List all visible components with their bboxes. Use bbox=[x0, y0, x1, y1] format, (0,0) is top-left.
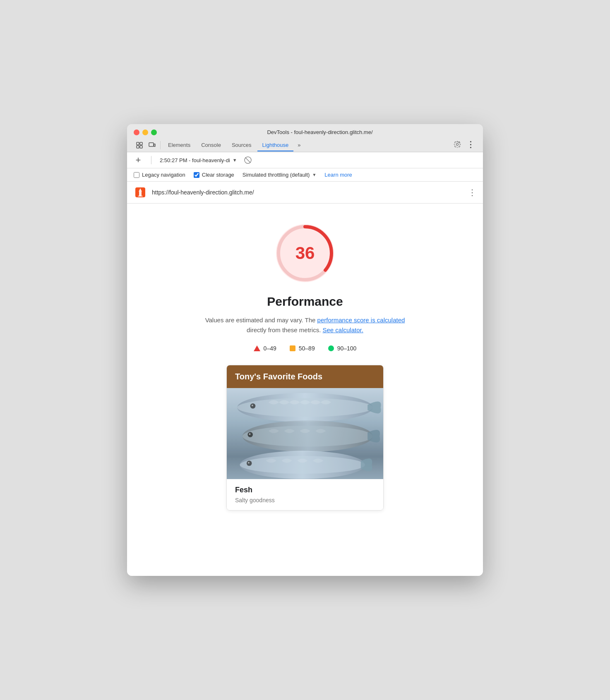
tab-sources[interactable]: Sources bbox=[227, 139, 257, 151]
url-more-button[interactable]: ⋮ bbox=[468, 188, 476, 197]
more-actions-icon[interactable]: ⋮ bbox=[465, 139, 476, 150]
title-bar: DevTools - foul-heavenly-direction.glitc… bbox=[127, 124, 483, 152]
card-item-title: Fesh bbox=[235, 486, 375, 494]
legacy-nav-label[interactable]: Legacy navigation bbox=[142, 172, 185, 178]
clear-storage-label[interactable]: Clear storage bbox=[202, 172, 234, 178]
device-toggle-icon[interactable] bbox=[146, 139, 158, 151]
svg-rect-5 bbox=[154, 144, 155, 146]
legend-label-red: 0–49 bbox=[264, 345, 276, 352]
svg-rect-27 bbox=[227, 388, 383, 479]
dots-icon: ⋮ bbox=[466, 139, 475, 149]
url-text: https://foul-heavenly-direction.glitch.m… bbox=[152, 189, 463, 196]
svg-rect-3 bbox=[140, 146, 142, 148]
throttling-select: Simulated throttling (default) ▼ bbox=[243, 172, 317, 178]
legend-icon-orange bbox=[290, 345, 295, 351]
card-image bbox=[227, 388, 383, 479]
performance-title: Performance bbox=[267, 295, 343, 309]
traffic-light-red[interactable] bbox=[134, 129, 139, 135]
url-bar: https://foul-heavenly-direction.glitch.m… bbox=[127, 182, 483, 204]
lighthouse-logo-icon bbox=[134, 186, 147, 199]
legend-label-orange: 50–89 bbox=[299, 345, 315, 352]
browser-window: DevTools - foul-heavenly-direction.glitc… bbox=[127, 124, 483, 576]
report-timestamp: 2:50:27 PM - foul-heavenly-di bbox=[160, 157, 230, 163]
traffic-light-yellow[interactable] bbox=[142, 129, 148, 135]
block-icon[interactable] bbox=[244, 156, 252, 164]
legend-label-green: 90–100 bbox=[337, 345, 357, 352]
throttling-dropdown-arrow[interactable]: ▼ bbox=[312, 173, 316, 177]
svg-rect-11 bbox=[138, 196, 143, 197]
tab-lighthouse[interactable]: Lighthouse bbox=[257, 139, 294, 151]
legacy-nav-checkbox-item: Legacy navigation bbox=[134, 172, 185, 178]
devtools-content: 36 Performance Values are estimated and … bbox=[127, 204, 483, 576]
legend-item-green: 90–100 bbox=[328, 345, 357, 352]
legend-item-orange: 50–89 bbox=[290, 345, 315, 352]
score-legend: 0–49 50–89 90–100 bbox=[135, 345, 475, 352]
tab-actions: ⋮ bbox=[451, 139, 476, 152]
cursor-tool-icon[interactable] bbox=[134, 139, 145, 151]
score-section: 36 Performance Values are estimated and … bbox=[135, 220, 475, 335]
legacy-nav-checkbox[interactable] bbox=[134, 172, 139, 178]
svg-rect-2 bbox=[137, 146, 139, 148]
tab-console[interactable]: Console bbox=[196, 139, 226, 151]
new-report-button[interactable]: + bbox=[134, 156, 143, 165]
traffic-lights bbox=[134, 129, 157, 135]
website-card: Tony's Favorite Foods bbox=[226, 365, 384, 511]
fish-svg bbox=[227, 388, 383, 479]
legend-item-red: 0–49 bbox=[254, 345, 276, 352]
clear-storage-checkbox-item: Clear storage bbox=[194, 172, 234, 178]
traffic-light-green[interactable] bbox=[151, 129, 157, 135]
learn-more-link[interactable]: Learn more bbox=[324, 172, 352, 178]
settings-icon[interactable] bbox=[451, 139, 463, 150]
svg-rect-1 bbox=[140, 142, 142, 145]
settings-bar: Legacy navigation Clear storage Simulate… bbox=[127, 168, 483, 182]
throttling-label: Simulated throttling (default) bbox=[243, 172, 310, 178]
tab-separator bbox=[160, 141, 161, 149]
desc-text-1: Values are estimated and may vary. The bbox=[205, 316, 317, 324]
legend-icon-green bbox=[328, 345, 334, 351]
score-circle: 36 bbox=[272, 220, 338, 286]
svg-rect-0 bbox=[137, 142, 139, 145]
score-description: Values are estimated and may vary. The p… bbox=[202, 315, 408, 335]
window-title: DevTools - foul-heavenly-direction.glitc… bbox=[163, 129, 476, 135]
devtools-tabs: Elements Console Sources Lighthouse » ⋮ bbox=[134, 139, 476, 152]
perf-score-link[interactable]: performance score is calculated bbox=[317, 316, 405, 324]
svg-line-7 bbox=[245, 158, 250, 163]
tab-elements[interactable]: Elements bbox=[163, 139, 195, 151]
card-header-title: Tony's Favorite Foods bbox=[235, 372, 322, 381]
card-header: Tony's Favorite Foods bbox=[227, 365, 383, 388]
tab-overflow[interactable]: » bbox=[294, 139, 304, 151]
legend-icon-red bbox=[254, 345, 260, 351]
report-dropdown-arrow[interactable]: ▼ bbox=[233, 158, 237, 163]
toolbar-separator bbox=[151, 156, 151, 164]
report-selector: 2:50:27 PM - foul-heavenly-di ▼ bbox=[160, 157, 237, 163]
score-number: 36 bbox=[295, 243, 315, 263]
desc-text-2: directly from these metrics. bbox=[247, 326, 322, 333]
lighthouse-toolbar: + 2:50:27 PM - foul-heavenly-di ▼ bbox=[127, 152, 483, 168]
card-item-subtitle: Salty goodness bbox=[235, 497, 375, 503]
clear-storage-checkbox[interactable] bbox=[194, 172, 199, 178]
svg-rect-4 bbox=[149, 143, 154, 146]
calc-link[interactable]: See calculator. bbox=[322, 326, 363, 333]
card-body: Fesh Salty goodness bbox=[227, 479, 383, 510]
title-bar-top: DevTools - foul-heavenly-direction.glitc… bbox=[134, 129, 476, 135]
